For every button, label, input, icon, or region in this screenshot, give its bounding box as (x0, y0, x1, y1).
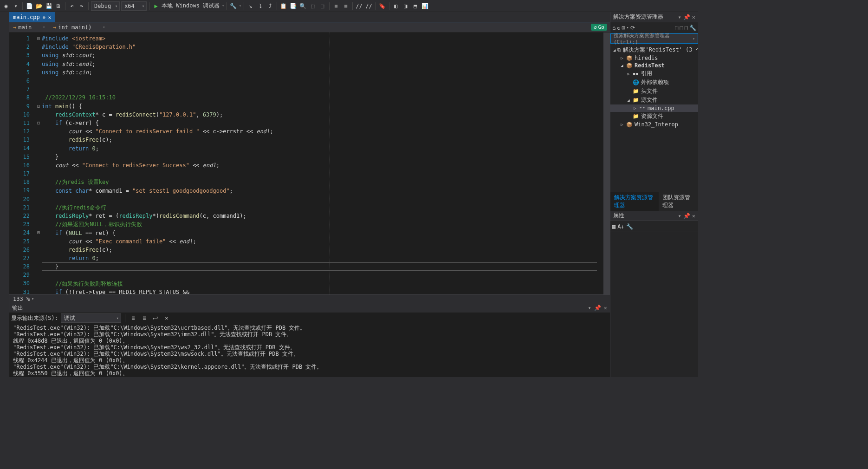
properties-body (610, 232, 698, 377)
forward-icon[interactable]: ▾ (12, 2, 20, 10)
step-into-icon[interactable]: ↘ (246, 2, 255, 10)
categorize-icon[interactable]: ▦ (612, 223, 615, 230)
misc-icon[interactable]: ⬚ (318, 2, 327, 10)
misc-icon[interactable]: ◧ (392, 2, 400, 10)
solution-root[interactable]: ◢⧉解决方案'RedisTest' (3 个项目) (610, 46, 698, 54)
pin-icon[interactable]: ▾ (588, 305, 591, 311)
properties-header: 属性 ▾📌✕ (610, 211, 698, 221)
clear-icon[interactable]: ✕ (162, 314, 171, 322)
tree-item[interactable]: ▷⁺⁺main.cpp (610, 104, 698, 112)
play-icon[interactable]: ▶ (152, 2, 160, 10)
step-over-icon[interactable]: ⤵ (256, 2, 265, 10)
clear-icon[interactable]: ≣ (129, 314, 137, 322)
undo-icon[interactable]: ↶ (68, 2, 76, 10)
nav-scope[interactable]: →main (9, 23, 49, 32)
code-editor[interactable]: 1234567891011121314151617181920212223242… (9, 33, 610, 294)
wrench-icon[interactable]: 🔧 (689, 25, 696, 31)
dropdown-icon[interactable]: ▾ (678, 213, 681, 219)
right-panel: 解决方案资源管理器 ▾📌✕ ⌂ ↻ ⊞ ▾ ⟳ ⬚ ⬚ ⬚ 🔧 搜索解决方案资源… (610, 12, 698, 377)
tool-icon[interactable]: ⊞ (622, 25, 625, 31)
misc-icon[interactable]: 🔍 (299, 2, 307, 10)
panel-tabs: 解决方案资源管理器 团队资源管理器 (610, 192, 698, 211)
misc-icon[interactable]: 📋 (279, 2, 288, 10)
tree-item[interactable]: 📁资源文件 (610, 112, 698, 121)
pin-icon[interactable]: ⊕ (43, 15, 45, 20)
fold-gutter[interactable]: ⊟⊟⊟⊟ (35, 33, 42, 294)
editor-scrollbar[interactable] (603, 33, 610, 294)
save-all-icon[interactable]: 🗎 (54, 2, 63, 10)
tree-item[interactable]: ▷📦hiredis (610, 54, 698, 62)
close-icon[interactable]: ✕ (48, 14, 52, 20)
tree-item[interactable]: ◢📁源文件 (610, 96, 698, 104)
uncomment-icon[interactable]: // (365, 2, 373, 10)
pin-icon[interactable]: 📌 (594, 305, 601, 311)
nav-bar: →main →int main() Go (9, 22, 610, 33)
step-out-icon[interactable]: ⤴ (266, 2, 274, 10)
left-rail (0, 12, 9, 377)
output-source-combo[interactable]: 调试 (61, 313, 121, 323)
pin-icon[interactable]: 📌 (683, 14, 690, 20)
properties-toolbar: ▦ A↓ 🔧 (610, 221, 698, 232)
tab-solution-explorer[interactable]: 解决方案资源管理器 (610, 192, 659, 211)
solution-explorer-header: 解决方案资源管理器 ▾📌✕ (610, 12, 698, 22)
tree-item[interactable]: ▷📦Win32_Interop (610, 121, 698, 128)
debugger-label[interactable]: 本地 Windows 调试器 (162, 2, 220, 10)
output-header: 输出 ▾📌✕ (9, 303, 610, 313)
tool-icon[interactable]: ⬚ (675, 25, 678, 31)
close-icon[interactable]: ✕ (692, 14, 695, 20)
misc-icon[interactable]: ⬚ (309, 2, 317, 10)
wrap-icon[interactable]: ⮐ (151, 314, 160, 322)
refresh-icon[interactable]: ↻ (617, 25, 620, 31)
tool-icon[interactable]: 🔧 (229, 2, 238, 10)
sort-icon[interactable]: A↓ (617, 223, 624, 230)
toggle-icon[interactable]: ≣ (140, 314, 149, 322)
misc-icon[interactable]: ⬒ (411, 2, 420, 10)
bookmark-icon[interactable]: 🔖 (378, 2, 387, 10)
tool-icon[interactable]: ⬚ (680, 25, 683, 31)
nav-member[interactable]: →int main() (49, 23, 109, 32)
output-body[interactable]: "RedisTest.exe"(Win32): 已加载"C:\Windows\S… (9, 324, 610, 377)
misc-icon[interactable]: 📊 (421, 2, 429, 10)
output-panel: 输出 ▾📌✕ 显示输出来源(S): 调试 ≣ ≣ ⮐ ✕ "RedisTest.… (9, 303, 610, 377)
misc-icon[interactable]: ◨ (402, 2, 410, 10)
tree-item[interactable]: ◢📦RedisTest (610, 62, 698, 69)
main-toolbar: ◉ ▾ 📄 📂 💾 🗎 ↶ ↷ Debug x64 ▶ 本地 Windows 调… (0, 0, 698, 12)
home-icon[interactable]: ⌂ (612, 25, 615, 31)
tree-item[interactable]: 📁头文件 (610, 87, 698, 96)
tab-label: main.cpp (13, 14, 40, 20)
redo-icon[interactable]: ↷ (78, 2, 86, 10)
tree-item[interactable]: 🌐外部依赖项 (610, 78, 698, 87)
open-icon[interactable]: 📂 (35, 2, 43, 10)
tab-main-cpp[interactable]: main.cpp ⊕ ✕ (9, 12, 55, 22)
new-file-icon[interactable]: 📄 (25, 2, 33, 10)
code-body[interactable]: #include <iostream>#include "CRedisOpera… (42, 33, 603, 294)
wrench-icon[interactable]: 🔧 (626, 223, 633, 230)
output-toolbar: 显示输出来源(S): 调试 ≣ ≣ ⮐ ✕ (9, 313, 610, 324)
close-icon[interactable]: ✕ (604, 305, 607, 311)
outdent-icon[interactable]: ≡ (342, 2, 350, 10)
comment-icon[interactable]: // (355, 2, 363, 10)
sync-icon[interactable]: ⟳ (630, 25, 635, 31)
platform-combo[interactable]: x64 (121, 1, 147, 11)
zoom-level[interactable]: 133 %▾ (9, 294, 610, 303)
dropdown-icon[interactable]: ▾ (678, 14, 681, 20)
editor-tabs: main.cpp ⊕ ✕ (9, 12, 610, 22)
output-source-label: 显示输出来源(S): (11, 314, 58, 322)
go-button[interactable]: Go (591, 24, 607, 31)
line-gutter: 1234567891011121314151617181920212223242… (9, 33, 35, 294)
solution-search[interactable]: 搜索解决方案资源管理器(Ctrl+;) (610, 33, 698, 44)
solution-tree[interactable]: ◢⧉解决方案'RedisTest' (3 个项目) ▷📦hiredis◢📦Red… (610, 44, 698, 192)
tree-item[interactable]: ▷▪▪引用 (610, 69, 698, 78)
back-icon[interactable]: ◉ (2, 2, 10, 10)
config-combo[interactable]: Debug (91, 1, 120, 11)
indent-icon[interactable]: ≡ (332, 2, 340, 10)
save-icon[interactable]: 💾 (45, 2, 53, 10)
tool-icon[interactable]: ⬚ (685, 25, 688, 31)
ruler (330, 33, 330, 294)
misc-icon[interactable]: 📑 (289, 2, 298, 10)
close-icon[interactable]: ✕ (692, 213, 695, 219)
tab-team-explorer[interactable]: 团队资源管理器 (659, 192, 698, 211)
pin-icon[interactable]: 📌 (683, 213, 690, 219)
